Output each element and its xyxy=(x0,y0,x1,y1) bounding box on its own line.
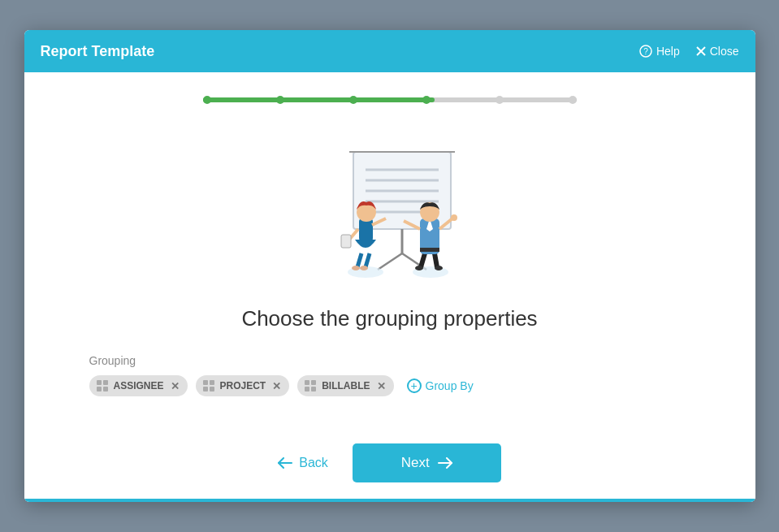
tag-assignee: ASSIGNEE ✕ xyxy=(89,375,188,396)
svg-rect-36 xyxy=(103,380,108,385)
svg-rect-30 xyxy=(420,248,439,252)
modal-footer: Back Next xyxy=(24,421,755,499)
svg-point-28 xyxy=(435,266,443,270)
grouping-tags: ASSIGNEE ✕ PROJECT ✕ xyxy=(89,375,690,396)
tag-billable: BILLABLE ✕ xyxy=(297,375,393,396)
progress-dot-2 xyxy=(276,96,284,104)
modal-footer-border xyxy=(24,499,755,502)
progress-dot-6 xyxy=(569,96,577,104)
svg-line-15 xyxy=(357,253,361,267)
billable-tag-label: BILLABLE xyxy=(322,380,370,391)
grouping-section: Grouping ASSIGNEE ✕ xyxy=(57,354,723,396)
back-arrow-icon xyxy=(278,457,292,469)
svg-line-16 xyxy=(366,253,370,267)
modal-body: Choose the grouping properties Grouping … xyxy=(24,72,755,421)
help-button[interactable]: ? Help xyxy=(639,45,680,58)
progress-bar-container xyxy=(203,97,577,103)
next-button[interactable]: Next xyxy=(353,443,501,482)
svg-rect-19 xyxy=(359,218,373,241)
section-title: Choose the grouping properties xyxy=(241,306,537,331)
svg-rect-45 xyxy=(305,387,309,391)
header-actions: ? Help Close xyxy=(639,45,739,58)
next-arrow-icon xyxy=(438,457,452,469)
report-template-modal: Report Template ? Help Close xyxy=(24,30,755,502)
svg-point-18 xyxy=(360,266,368,270)
progress-dot-3 xyxy=(349,96,357,104)
billable-tag-close[interactable]: ✕ xyxy=(377,380,386,392)
modal-title: Report Template xyxy=(41,43,155,60)
svg-rect-22 xyxy=(341,235,351,248)
progress-dot-5 xyxy=(496,96,504,104)
svg-point-17 xyxy=(352,266,360,270)
svg-rect-43 xyxy=(305,380,309,385)
svg-rect-40 xyxy=(210,380,214,385)
svg-rect-44 xyxy=(311,380,316,385)
svg-point-34 xyxy=(451,214,457,221)
grouping-label: Grouping xyxy=(89,354,690,367)
project-tag-close[interactable]: ✕ xyxy=(272,380,281,392)
project-tag-icon xyxy=(202,379,215,392)
progress-dot-1 xyxy=(203,96,211,104)
assignee-tag-close[interactable]: ✕ xyxy=(171,380,180,392)
assignee-tag-icon xyxy=(96,379,109,392)
svg-point-27 xyxy=(415,266,423,270)
illustration xyxy=(305,128,475,290)
svg-rect-35 xyxy=(97,380,102,385)
svg-line-11 xyxy=(378,253,402,270)
assignee-tag-label: ASSIGNEE xyxy=(114,380,164,391)
svg-rect-42 xyxy=(210,387,214,391)
svg-line-25 xyxy=(421,253,425,267)
plus-circle-icon: + xyxy=(407,378,422,393)
billable-tag-icon xyxy=(304,379,317,392)
help-icon: ? xyxy=(639,45,652,58)
progress-bar-track xyxy=(203,97,577,102)
project-tag-label: PROJECT xyxy=(220,380,266,391)
close-button[interactable]: Close xyxy=(696,45,739,58)
svg-rect-41 xyxy=(203,387,208,391)
svg-rect-37 xyxy=(97,387,102,391)
group-by-button[interactable]: + Group By xyxy=(407,378,474,393)
progress-dot-4 xyxy=(422,96,431,104)
back-button[interactable]: Back xyxy=(278,456,328,470)
svg-rect-39 xyxy=(203,380,208,385)
close-icon xyxy=(696,46,706,56)
svg-rect-46 xyxy=(311,387,316,391)
tag-project: PROJECT ✕ xyxy=(196,375,290,396)
svg-line-26 xyxy=(435,253,437,267)
progress-dots xyxy=(203,96,577,104)
modal-header: Report Template ? Help Close xyxy=(24,30,755,72)
svg-rect-38 xyxy=(103,387,108,391)
svg-text:?: ? xyxy=(643,47,648,56)
